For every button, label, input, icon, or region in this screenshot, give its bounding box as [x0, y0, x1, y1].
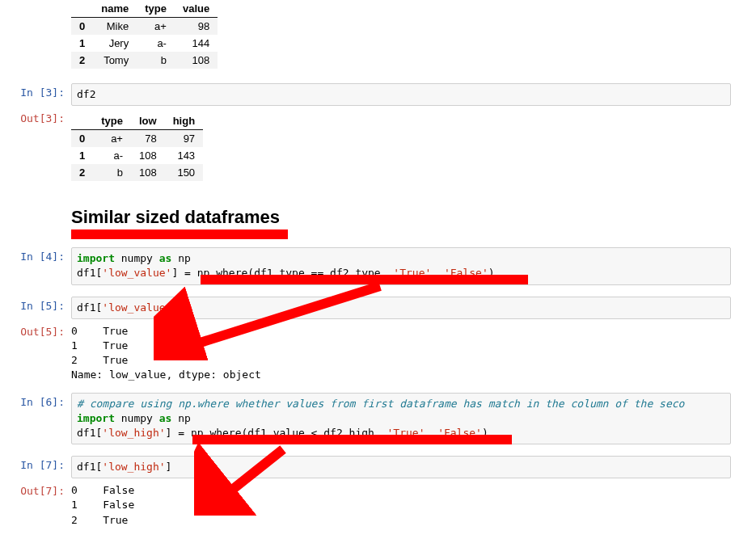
in-prompt-4: In [4]:: [0, 247, 71, 266]
df1-table: name type value 0Mikea+98 1Jerya-144 2To…: [71, 0, 218, 69]
out-prompt-3: Out[3]:: [0, 109, 71, 128]
in-prompt-3: In [3]:: [0, 83, 71, 102]
df2-table: type low high 0a+7897 1a-108143 2b108150: [71, 112, 203, 181]
out-prompt-5: Out[5]:: [0, 322, 71, 341]
svg-line-0: [175, 286, 380, 351]
in-prompt-6: In [6]:: [0, 393, 71, 411]
in-prompt-5: In [5]:: [0, 297, 71, 315]
table-row: 0a+7897: [71, 130, 203, 148]
df2-col-idx: [71, 112, 93, 130]
code-cell-3[interactable]: df2: [71, 83, 731, 106]
df2-col-type: type: [93, 112, 131, 130]
df1-col-idx: [71, 0, 93, 18]
df1-col-name: name: [93, 0, 137, 18]
table-row: 2b108150: [71, 164, 203, 181]
table-row: 2Tomyb108: [71, 52, 218, 69]
table-row: 1a-108143: [71, 147, 203, 164]
out-prompt-7: Out[7]:: [0, 482, 71, 500]
code-cell-7[interactable]: df1['low_high']: [71, 456, 731, 478]
table-row: 1Jerya-144: [71, 35, 218, 52]
annotation-arrow-icon: [194, 443, 291, 516]
table-row: 0Mikea+98: [71, 18, 218, 36]
df2-col-high: high: [165, 112, 203, 130]
annotation-arrow-icon: [154, 280, 388, 360]
section-heading: Similar sized dataframes: [71, 207, 731, 228]
df2-col-low: low: [131, 112, 165, 130]
in-prompt-7: In [7]:: [0, 456, 71, 474]
annotation-underline: [71, 229, 288, 239]
df1-col-value: value: [175, 0, 218, 18]
df1-col-type: type: [137, 0, 175, 18]
output-text-7: 0 False 1 False 2 True: [71, 482, 731, 529]
svg-line-1: [212, 449, 283, 506]
